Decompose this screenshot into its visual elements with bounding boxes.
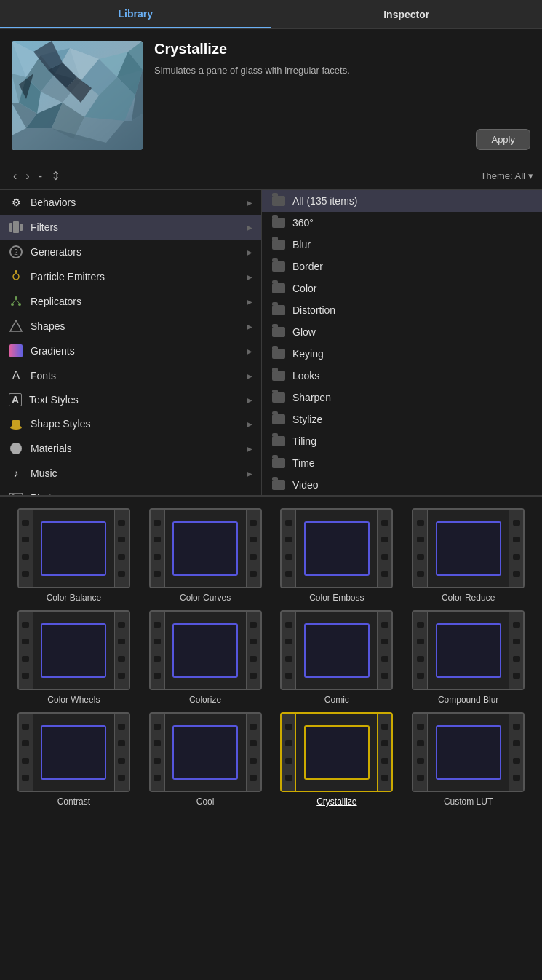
sidebar-item-generators[interactable]: 2 Generators ▶ bbox=[0, 240, 261, 264]
grid-label: Color Balance bbox=[47, 593, 101, 603]
grid-item-compound-blur[interactable]: Compound Blur bbox=[406, 610, 530, 705]
grid-item-color-balance[interactable]: Color Balance bbox=[12, 508, 136, 603]
svg-text:2: 2 bbox=[14, 248, 18, 256]
film-inner-box bbox=[436, 725, 501, 780]
film-thumbnail bbox=[412, 712, 525, 792]
preview-title: Crystallize bbox=[154, 41, 530, 58]
film-hole bbox=[417, 775, 424, 781]
film-strip-right bbox=[114, 714, 129, 791]
film-center bbox=[33, 510, 114, 587]
film-hole bbox=[417, 554, 424, 560]
panel-item-tiling[interactable]: Tiling bbox=[262, 430, 542, 452]
grid-item-custom-lut[interactable]: Custom LUT bbox=[406, 712, 530, 807]
film-hole bbox=[154, 740, 161, 746]
film-hole bbox=[154, 554, 161, 560]
svg-rect-28 bbox=[20, 224, 23, 231]
grid-item-contrast[interactable]: Contrast bbox=[12, 712, 136, 807]
panel-item-all[interactable]: All (135 items) bbox=[262, 190, 542, 212]
back-button[interactable]: ‹ bbox=[9, 168, 21, 184]
grid-item-color-reduce[interactable]: Color Reduce bbox=[406, 508, 530, 603]
film-center bbox=[296, 714, 377, 791]
folder-icon bbox=[272, 349, 285, 359]
sidebar-item-fonts[interactable]: A Fonts ▶ bbox=[0, 363, 261, 388]
panel-item-video[interactable]: Video bbox=[262, 474, 542, 495]
film-hole bbox=[417, 740, 424, 746]
particle-emitters-icon bbox=[9, 269, 23, 284]
sidebar-item-music[interactable]: ♪ Music ▶ bbox=[0, 461, 261, 486]
grid-item-crystallize[interactable]: Crystallize bbox=[275, 712, 399, 807]
sidebar-item-shape-styles[interactable]: Shape Styles ▶ bbox=[0, 411, 261, 436]
film-hole bbox=[285, 537, 292, 542]
sidebar-item-particle-emitters[interactable]: Particle Emitters ▶ bbox=[0, 264, 261, 289]
panel-item-looks[interactable]: Looks bbox=[262, 365, 542, 387]
sidebar-item-text-styles[interactable]: A Text Styles ▶ bbox=[0, 388, 261, 411]
film-strip-right bbox=[377, 510, 391, 587]
panel-item-time[interactable]: Time bbox=[262, 452, 542, 474]
sidebar-item-materials[interactable]: Materials ▶ bbox=[0, 436, 261, 461]
filters-icon bbox=[9, 220, 23, 234]
panel-item-stylize[interactable]: Stylize bbox=[262, 408, 542, 430]
panel-item-label: Video bbox=[292, 479, 319, 491]
film-hole bbox=[250, 622, 257, 628]
grid-item-colorize[interactable]: Colorize bbox=[143, 610, 268, 705]
film-hole bbox=[381, 537, 388, 542]
film-hole bbox=[250, 775, 257, 781]
behaviors-icon: ⚙ bbox=[9, 195, 23, 210]
grid-item-color-emboss[interactable]: Color Emboss bbox=[275, 508, 399, 603]
film-hole bbox=[513, 673, 520, 679]
film-hole bbox=[154, 775, 161, 781]
grid-label: Cool bbox=[196, 797, 215, 807]
film-hole bbox=[22, 758, 29, 764]
film-hole bbox=[250, 639, 257, 644]
sidebar-item-behaviors[interactable]: ⚙ Behaviors ▶ bbox=[0, 190, 261, 215]
shapes-icon bbox=[9, 319, 23, 333]
panel-item-distortion[interactable]: Distortion bbox=[262, 299, 542, 321]
generators-icon: 2 bbox=[9, 245, 23, 259]
sidebar-item-shapes[interactable]: Shapes ▶ bbox=[0, 314, 261, 339]
film-center bbox=[296, 510, 377, 587]
film-hole bbox=[22, 639, 29, 644]
panel-item-glow[interactable]: Glow bbox=[262, 321, 542, 343]
film-hole bbox=[513, 537, 520, 542]
film-strip-left bbox=[19, 612, 33, 689]
sort-button[interactable]: ⇕ bbox=[47, 167, 65, 184]
panel-item-label: Sharpen bbox=[292, 392, 331, 403]
theme-arrow-icon: ▾ bbox=[528, 170, 533, 181]
sidebar-item-gradients[interactable]: Gradients ▶ bbox=[0, 339, 261, 363]
film-strip-right bbox=[377, 612, 391, 689]
grid-item-cool[interactable]: Cool bbox=[143, 712, 268, 807]
tab-library[interactable]: Library bbox=[0, 0, 271, 28]
film-hole bbox=[118, 520, 125, 526]
sidebar-item-label: Music bbox=[31, 467, 239, 479]
panel-item-sharpen[interactable]: Sharpen bbox=[262, 387, 542, 408]
panel-item-blur[interactable]: Blur bbox=[262, 234, 542, 256]
grid-item-comic[interactable]: Comic bbox=[275, 610, 399, 705]
film-hole bbox=[118, 622, 125, 628]
sidebar-item-replicators[interactable]: Replicators ▶ bbox=[0, 289, 261, 314]
sidebar-item-photos[interactable]: Photos ▶ bbox=[0, 486, 261, 495]
panel-item-keying[interactable]: Keying bbox=[262, 343, 542, 365]
panel-item-border[interactable]: Border bbox=[262, 256, 542, 277]
forward-button[interactable]: › bbox=[21, 168, 33, 184]
film-hole bbox=[285, 622, 292, 628]
apply-button[interactable]: Apply bbox=[476, 129, 530, 150]
panel-item-color[interactable]: Color bbox=[262, 277, 542, 299]
tab-inspector[interactable]: Inspector bbox=[271, 0, 543, 28]
panel-item-label: Stylize bbox=[292, 414, 322, 425]
film-hole bbox=[417, 639, 424, 644]
theme-selector[interactable]: Theme: All ▾ bbox=[481, 170, 533, 181]
sidebar-item-filters[interactable]: Filters ▶ bbox=[0, 215, 261, 240]
grid-label: Color Emboss bbox=[309, 593, 364, 603]
panel-item-360[interactable]: 360° bbox=[262, 212, 542, 234]
gradients-icon bbox=[9, 344, 23, 358]
grid-item-color-wheels[interactable]: Color Wheels bbox=[12, 610, 136, 705]
right-panel: All (135 items) 360° Blur Border Color D… bbox=[262, 190, 542, 495]
grid-item-color-curves[interactable]: Color Curves bbox=[143, 508, 268, 603]
film-strip-right bbox=[509, 612, 523, 689]
music-arrow-icon: ▶ bbox=[247, 470, 252, 478]
film-hole bbox=[22, 724, 29, 730]
film-hole bbox=[250, 537, 257, 542]
film-thumbnail bbox=[412, 508, 525, 588]
sidebar-item-label: Particle Emitters bbox=[31, 271, 239, 282]
film-hole bbox=[118, 758, 125, 764]
